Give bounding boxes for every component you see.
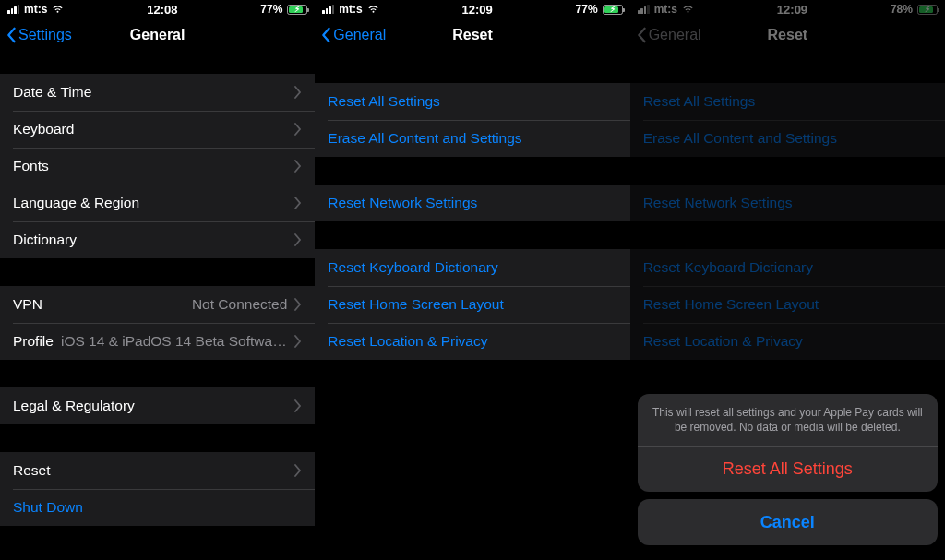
battery-icon: ⚡︎ — [603, 5, 623, 15]
sheet-cancel-button[interactable]: Cancel — [638, 499, 938, 545]
wifi-icon — [682, 5, 694, 14]
chevron-right-icon — [294, 233, 302, 246]
row-shut-down[interactable]: Shut Down — [0, 489, 315, 526]
row-reset-network[interactable]: Reset Network Settings — [315, 185, 629, 221]
screen-reset-confirm: mt:s 12:09 78% ⚡︎ General Reset Reset Al… — [630, 0, 945, 560]
chevron-left-icon — [6, 27, 17, 43]
sheet-main-group: This will reset all settings and your Ap… — [638, 394, 938, 492]
back-button[interactable]: Settings — [6, 27, 72, 43]
row-reset-all-settings: Reset All Settings — [630, 83, 945, 120]
chevron-right-icon — [294, 86, 302, 99]
nav-bar: General Reset — [315, 17, 629, 54]
chevron-left-icon — [320, 27, 331, 43]
chevron-right-icon — [294, 160, 302, 173]
battery-icon: ⚡︎ — [287, 5, 307, 15]
profile-detail: iOS 14 & iPadOS 14 Beta Softwar… — [61, 333, 287, 350]
row-reset-network: Reset Network Settings — [630, 185, 945, 221]
carrier-label: mt:s — [339, 3, 362, 16]
sheet-confirm-button[interactable]: Reset All Settings — [638, 446, 938, 492]
row-reset-location-privacy[interactable]: Reset Location & Privacy — [315, 323, 629, 360]
carrier-label: mt:s — [654, 3, 677, 16]
back-label: General — [333, 27, 386, 43]
status-bar: mt:s 12:08 77% ⚡︎ — [0, 0, 315, 17]
wifi-icon — [367, 5, 379, 14]
status-bar: mt:s 12:09 78% ⚡︎ — [630, 0, 945, 17]
chevron-right-icon — [294, 335, 302, 348]
row-reset-home-layout: Reset Home Screen Layout — [630, 286, 945, 323]
chevron-right-icon — [294, 464, 302, 477]
row-keyboard[interactable]: Keyboard — [0, 111, 315, 148]
back-button[interactable]: General — [320, 27, 386, 43]
chevron-right-icon — [294, 197, 302, 209]
chevron-right-icon — [294, 399, 302, 412]
battery-pct: 77% — [576, 3, 598, 16]
row-erase-all[interactable]: Erase All Content and Settings — [315, 120, 629, 157]
row-profile[interactable]: ProfileiOS 14 & iPadOS 14 Beta Softwar… — [0, 323, 315, 360]
signal-icon — [322, 5, 334, 14]
row-reset-keyboard-dict[interactable]: Reset Keyboard Dictionary — [315, 249, 629, 286]
screen-reset: mt:s 12:09 77% ⚡︎ General Reset Reset Al… — [315, 0, 629, 560]
chevron-left-icon — [636, 27, 647, 43]
row-fonts[interactable]: Fonts — [0, 148, 315, 185]
row-reset-all-settings[interactable]: Reset All Settings — [315, 83, 629, 120]
chevron-right-icon — [294, 123, 302, 136]
clock: 12:09 — [462, 3, 493, 17]
row-language-region[interactable]: Language & Region — [0, 185, 315, 221]
back-label: Settings — [18, 27, 72, 43]
row-reset[interactable]: Reset — [0, 452, 315, 489]
row-dictionary[interactable]: Dictionary — [0, 221, 315, 258]
carrier-label: mt:s — [24, 3, 47, 16]
signal-icon — [7, 5, 19, 14]
row-erase-all: Erase All Content and Settings — [630, 120, 945, 157]
sheet-message: This will reset all settings and your Ap… — [638, 394, 938, 446]
row-legal-regulatory[interactable]: Legal & Regulatory — [0, 387, 315, 424]
back-button: General — [636, 27, 701, 43]
screen-general: mt:s 12:08 77% ⚡︎ Settings General Date … — [0, 0, 315, 560]
row-reset-home-layout[interactable]: Reset Home Screen Layout — [315, 286, 629, 323]
status-bar: mt:s 12:09 77% ⚡︎ — [315, 0, 629, 17]
row-reset-keyboard-dict: Reset Keyboard Dictionary — [630, 249, 945, 286]
battery-icon: ⚡︎ — [917, 5, 938, 15]
battery-pct: 77% — [260, 3, 282, 16]
action-sheet: This will reset all settings and your Ap… — [638, 394, 938, 553]
vpn-status: Not Connected — [192, 296, 287, 313]
chevron-right-icon — [294, 298, 302, 311]
row-date-time[interactable]: Date & Time — [0, 74, 315, 111]
clock: 12:09 — [777, 3, 807, 17]
signal-icon — [638, 5, 650, 14]
nav-bar: Settings General — [0, 17, 315, 54]
row-reset-location-privacy: Reset Location & Privacy — [630, 323, 945, 360]
battery-pct: 78% — [891, 3, 913, 16]
back-label: General — [649, 27, 701, 43]
sheet-cancel-group: Cancel — [638, 499, 938, 545]
row-vpn[interactable]: VPNNot Connected — [0, 286, 315, 323]
clock: 12:08 — [147, 3, 177, 17]
wifi-icon — [52, 5, 64, 14]
nav-bar: General Reset — [630, 17, 945, 54]
